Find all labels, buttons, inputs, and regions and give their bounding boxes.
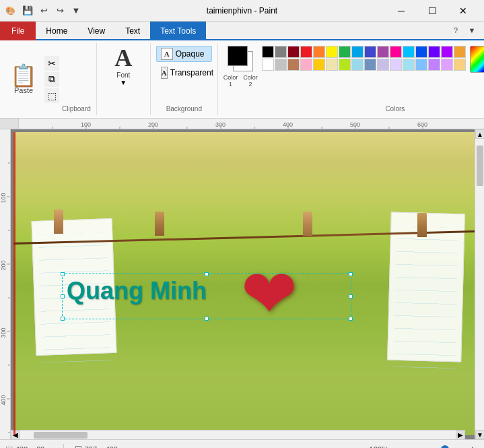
opaque-button[interactable]: A Opaque <box>156 46 212 62</box>
image-icon: ☐ <box>75 445 82 449</box>
tab-file[interactable]: File <box>0 22 36 40</box>
zoom-thumb[interactable] <box>441 445 449 449</box>
resize-handle-tm[interactable] <box>205 272 209 276</box>
svg-text:400: 400 <box>0 395 7 405</box>
color-cell[interactable] <box>339 46 351 58</box>
color-cell[interactable] <box>390 46 402 58</box>
zoom-out-button[interactable]: － <box>392 443 405 449</box>
resize-handle-bl[interactable] <box>61 317 65 321</box>
close-button[interactable]: ✕ <box>448 0 479 22</box>
status-bar: ⬚ 430 × 68px ☐ 797 × 498px 100% － ＋ <box>0 439 484 448</box>
scrollbar-h[interactable]: ◀ ▶ <box>11 430 465 439</box>
color-cell[interactable] <box>339 59 351 71</box>
color-cell[interactable] <box>428 59 440 71</box>
color-cell[interactable] <box>300 46 312 58</box>
font-dropdown-icon[interactable]: ▼ <box>120 79 127 86</box>
palette-row-2 <box>262 59 466 71</box>
redo-button[interactable]: ↪ <box>53 4 67 18</box>
transparent-button[interactable]: A Transparent <box>156 65 212 81</box>
copy-button[interactable]: ⧉ <box>44 72 59 87</box>
ribbon-expand-button[interactable]: ▼ <box>465 24 479 37</box>
scroll-track-v[interactable] <box>475 139 484 430</box>
scroll-track-h[interactable] <box>20 430 456 439</box>
clothespin-3 <box>303 212 312 236</box>
opaque-label: Opaque <box>176 49 205 59</box>
color-cell[interactable] <box>415 46 427 58</box>
save-button[interactable]: 💾 <box>21 4 34 18</box>
scroll-thumb-v[interactable] <box>477 146 483 186</box>
color-cell[interactable] <box>262 59 274 71</box>
cut-button[interactable]: ✂ <box>44 56 59 71</box>
color-cell[interactable] <box>275 59 287 71</box>
maximize-button[interactable]: ☐ <box>417 0 448 22</box>
svg-text:100: 100 <box>0 193 7 203</box>
ruler-v-svg: 100 200 300 400 <box>0 129 11 439</box>
image-size-item: ☐ 797 × 498px <box>75 445 126 449</box>
minimize-button[interactable]: ─ <box>386 0 417 22</box>
color-cell[interactable] <box>364 46 376 58</box>
color-cell[interactable] <box>326 46 338 58</box>
color-cell[interactable] <box>364 59 376 71</box>
color-cell[interactable] <box>415 59 427 71</box>
tab-home[interactable]: Home <box>36 22 77 40</box>
tab-view[interactable]: View <box>77 22 115 40</box>
color-cell[interactable] <box>351 46 364 58</box>
scroll-thumb-h[interactable] <box>34 432 88 439</box>
resize-handle-mr[interactable] <box>349 294 353 298</box>
color-labels: Color1 Color2 <box>223 74 258 88</box>
colors-label: Colors <box>223 102 484 113</box>
scrollbar-v[interactable]: ▲ ▼ <box>475 129 484 439</box>
tab-text-tools[interactable]: Text Tools <box>150 22 206 40</box>
color-cell[interactable] <box>351 59 364 71</box>
tab-text[interactable]: Text <box>115 22 150 40</box>
color-cell[interactable] <box>377 46 389 58</box>
color-cell[interactable] <box>287 46 300 58</box>
resize-handle-ml[interactable] <box>61 294 65 298</box>
ribbon-content: 📋 Paste ✂ ⧉ ⬚ Clipboard A Font ▼ A Opaqu… <box>0 40 484 119</box>
resize-handle-tl[interactable] <box>61 272 65 276</box>
undo-button[interactable]: ↩ <box>37 4 50 18</box>
scroll-left-button[interactable]: ◀ <box>11 430 20 440</box>
color-cell[interactable] <box>313 59 325 71</box>
canvas-text[interactable]: Quang Minh <box>67 277 207 305</box>
color-cell[interactable] <box>326 59 338 71</box>
font-icon-button[interactable]: A <box>114 46 132 70</box>
transparent-label: Transparent <box>170 68 213 77</box>
resize-handle-bm[interactable] <box>205 317 209 321</box>
color-cell[interactable] <box>262 46 274 58</box>
color-cell[interactable] <box>441 59 453 71</box>
color-cell[interactable] <box>390 59 402 71</box>
color1-label: Color1 <box>223 74 238 88</box>
color-cell[interactable] <box>403 59 415 71</box>
color-cell[interactable] <box>275 46 287 58</box>
status-separator-1 <box>63 444 64 449</box>
customize-button[interactable]: ▼ <box>69 4 83 18</box>
color-cell[interactable] <box>454 46 466 58</box>
clipboard-small-buttons: ✂ ⧉ ⬚ <box>44 56 59 103</box>
ruler-v: 100 200 300 400 <box>0 129 11 439</box>
color-cell[interactable] <box>287 59 300 71</box>
resize-handle-br[interactable] <box>349 317 353 321</box>
color-cell[interactable] <box>428 46 440 58</box>
gradient-swatch[interactable] <box>470 46 484 73</box>
background-label: Background <box>156 102 212 113</box>
scroll-up-button[interactable]: ▲ <box>475 129 484 139</box>
color-cell[interactable] <box>377 59 389 71</box>
canvas-scroll-area[interactable]: ❤ <box>11 129 475 439</box>
color-cell[interactable] <box>454 59 466 71</box>
color-cell[interactable] <box>403 46 415 58</box>
paste-button[interactable]: 📋 Paste <box>5 63 42 96</box>
resize-handle-tr[interactable] <box>349 272 353 276</box>
color-cell[interactable] <box>441 46 453 58</box>
select-all-button[interactable]: ⬚ <box>44 88 59 103</box>
text-selection-box[interactable]: Quang Minh <box>62 274 351 319</box>
color-cell[interactable] <box>313 46 325 58</box>
color1-square[interactable] <box>228 46 248 66</box>
palette-grid <box>262 46 466 71</box>
selection-icon: ⬚ <box>5 445 13 449</box>
scroll-right-button[interactable]: ▶ <box>456 430 465 440</box>
scroll-down-button[interactable]: ▼ <box>475 430 484 439</box>
ribbon-help-button[interactable]: ? <box>449 24 462 37</box>
color-cell[interactable] <box>300 59 312 71</box>
zoom-in-button[interactable]: ＋ <box>466 443 479 449</box>
